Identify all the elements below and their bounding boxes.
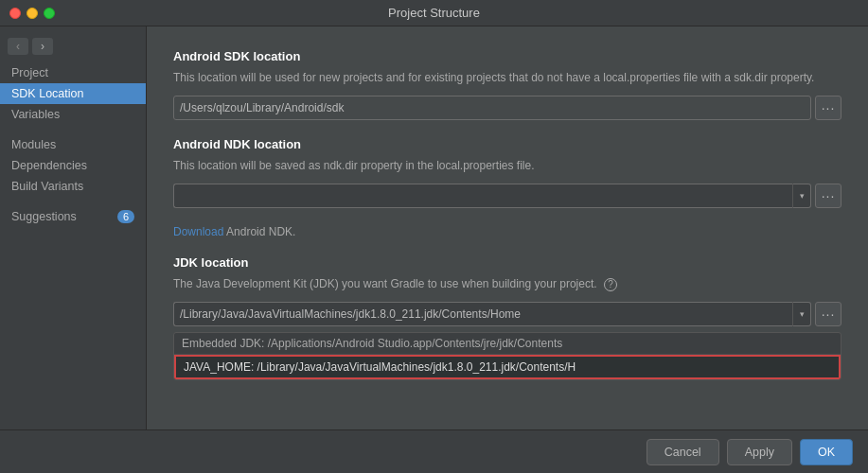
android-ndk-download-text: Download Android NDK. — [173, 225, 841, 238]
android-sdk-title: Android SDK location — [173, 49, 841, 63]
sidebar: ‹ › Project SDK Location Variables Modul… — [0, 26, 147, 429]
close-button[interactable] — [9, 8, 21, 19]
sidebar-divider-2 — [0, 197, 146, 206]
jdk-combo: ▾ — [173, 302, 811, 326]
jdk-input[interactable] — [173, 302, 792, 326]
jdk-info-wrap: Embedded JDK: /Applications/Android Stud… — [173, 332, 841, 380]
footer: Cancel Apply OK — [0, 429, 868, 473]
android-ndk-input-row: ▾ ··· — [173, 184, 841, 208]
window-title: Project Structure — [388, 6, 480, 20]
android-sdk-desc: This location will be used for new proje… — [173, 69, 841, 86]
jdk-java-home-item: JAVA_HOME: /Library/Java/JavaVirtualMach… — [174, 355, 841, 379]
jdk-title: JDK location — [173, 255, 841, 270]
main-container: ‹ › Project SDK Location Variables Modul… — [0, 26, 868, 429]
sidebar-item-sdk-location[interactable]: SDK Location — [0, 83, 146, 104]
sidebar-item-variables[interactable]: Variables — [0, 104, 146, 125]
sidebar-section-middle: Modules Dependencies Build Variants — [0, 134, 146, 197]
nav-back-button[interactable]: ‹ — [8, 38, 28, 55]
sidebar-section-top: Project SDK Location Variables — [0, 62, 146, 125]
nav-back-forward: ‹ › — [0, 34, 146, 62]
android-ndk-download-suffix: Android NDK. — [223, 225, 295, 238]
jdk-info-icon[interactable]: ? — [604, 278, 617, 291]
android-ndk-browse-button[interactable]: ··· — [815, 184, 841, 208]
android-ndk-title: Android NDK location — [173, 137, 841, 151]
apply-button[interactable]: Apply — [727, 439, 792, 465]
android-ndk-desc: This location will be saved as ndk.dir p… — [173, 157, 841, 174]
ok-button[interactable]: OK — [800, 439, 853, 465]
android-ndk-input[interactable] — [173, 184, 792, 208]
jdk-dropdown-button[interactable]: ▾ — [792, 302, 811, 326]
title-bar: Project Structure — [0, 0, 868, 26]
jdk-input-row: ▾ ··· — [173, 302, 841, 326]
content-area: Android SDK location This location will … — [147, 26, 868, 429]
sidebar-item-dependencies[interactable]: Dependencies — [0, 155, 146, 176]
jdk-embedded-item: Embedded JDK: /Applications/Android Stud… — [174, 333, 841, 355]
maximize-button[interactable] — [44, 8, 55, 19]
jdk-browse-button[interactable]: ··· — [815, 302, 841, 326]
android-sdk-input[interactable] — [173, 96, 811, 120]
minimize-button[interactable] — [27, 8, 38, 19]
sidebar-item-build-variants[interactable]: Build Variants — [0, 176, 146, 197]
android-ndk-dropdown-button[interactable]: ▾ — [792, 184, 811, 208]
nav-forward-button[interactable]: › — [32, 38, 53, 55]
cancel-button[interactable]: Cancel — [647, 439, 719, 465]
android-sdk-browse-button[interactable]: ··· — [815, 96, 841, 120]
android-sdk-input-row: ··· — [173, 96, 841, 120]
sidebar-item-suggestions[interactable]: Suggestions 6 — [0, 206, 146, 227]
title-bar-controls — [9, 8, 55, 19]
jdk-desc: The Java Development Kit (JDK) you want … — [173, 275, 841, 292]
sidebar-divider-1 — [0, 125, 146, 134]
sidebar-item-project[interactable]: Project — [0, 62, 146, 83]
sidebar-item-modules[interactable]: Modules — [0, 134, 146, 155]
jdk-info-list: Embedded JDK: /Applications/Android Stud… — [173, 332, 841, 380]
android-ndk-download-link[interactable]: Download — [173, 225, 223, 238]
android-ndk-combo: ▾ — [173, 184, 811, 208]
suggestions-badge: 6 — [117, 210, 134, 223]
